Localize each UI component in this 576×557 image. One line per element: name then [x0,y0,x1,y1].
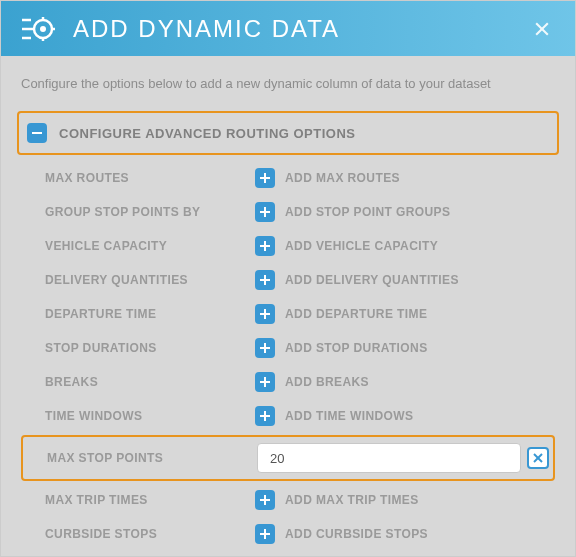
clear-max-stop-points-button[interactable] [527,447,549,469]
add-max-routes-button[interactable] [255,168,275,188]
row-curbside-stops: CURBSIDE STOPS ADD CURBSIDE STOPS [21,517,555,551]
max-stop-points-input[interactable] [257,443,521,473]
svg-rect-11 [32,132,42,134]
svg-rect-25 [260,381,270,383]
row-action: ADD DEPARTURE TIME [255,304,427,324]
action-label: ADD DELIVERY QUANTITIES [285,273,459,287]
add-breaks-button[interactable] [255,372,275,392]
action-label: ADD VEHICLE CAPACITY [285,239,438,253]
row-group-stop-points: GROUP STOP POINTS BY ADD STOP POINT GROU… [21,195,555,229]
section-header-routing[interactable]: CONFIGURE ADVANCED ROUTING OPTIONS [17,111,559,155]
row-label: VEHICLE CAPACITY [45,239,255,253]
action-label: ADD MAX TRIP TIMES [285,493,419,507]
action-label: ADD MAX ROUTES [285,171,400,185]
add-stop-point-groups-button[interactable] [255,202,275,222]
row-action: ADD CURBSIDE STOPS [255,524,428,544]
row-action: ADD TIME WINDOWS [255,406,413,426]
add-time-windows-button[interactable] [255,406,275,426]
row-action: ADD STOP POINT GROUPS [255,202,450,222]
row-action: ADD MAX ROUTES [255,168,400,188]
add-delivery-quantities-button[interactable] [255,270,275,290]
row-action: ADD DELIVERY QUANTITIES [255,270,459,290]
row-max-trip-times: MAX TRIP TIMES ADD MAX TRIP TIMES [21,483,555,517]
svg-rect-17 [260,245,270,247]
row-label: STOP DURATIONS [45,341,255,355]
collapse-toggle[interactable] [27,123,47,143]
action-label: ADD BREAKS [285,375,369,389]
row-action: ADD BREAKS [255,372,369,392]
add-vehicle-capacity-button[interactable] [255,236,275,256]
row-label: GROUP STOP POINTS BY [45,205,255,219]
action-label: ADD DEPARTURE TIME [285,307,427,321]
svg-rect-13 [260,177,270,179]
modal-title: ADD DYNAMIC DATA [73,15,340,43]
svg-rect-21 [260,313,270,315]
action-label: ADD STOP DURATIONS [285,341,428,355]
add-max-trip-times-button[interactable] [255,490,275,510]
modal-header: ADD DYNAMIC DATA [1,1,575,56]
row-label: DELIVERY QUANTITIES [45,273,255,287]
add-curbside-stops-button[interactable] [255,524,275,544]
row-departure-time: DEPARTURE TIME ADD DEPARTURE TIME [21,297,555,331]
close-button[interactable] [529,16,555,42]
settings-list-icon [19,11,55,47]
action-label: ADD STOP POINT GROUPS [285,205,450,219]
row-label: TIME WINDOWS [45,409,255,423]
row-action: ADD VEHICLE CAPACITY [255,236,438,256]
svg-rect-23 [260,347,270,349]
row-label: BREAKS [45,375,255,389]
svg-point-4 [40,26,46,32]
action-label: ADD CURBSIDE STOPS [285,527,428,541]
row-time-windows: TIME WINDOWS ADD TIME WINDOWS [21,399,555,433]
row-label: MAX ROUTES [45,171,255,185]
row-action: ADD MAX TRIP TIMES [255,490,419,510]
svg-rect-27 [260,415,270,417]
options-list: MAX ROUTES ADD MAX ROUTES GROUP STOP POI… [17,161,559,551]
add-dynamic-data-modal: ADD DYNAMIC DATA Configure the options b… [1,1,575,556]
row-breaks: BREAKS ADD BREAKS [21,365,555,399]
row-label: MAX STOP POINTS [47,451,257,465]
row-vehicle-capacity: VEHICLE CAPACITY ADD VEHICLE CAPACITY [21,229,555,263]
svg-rect-15 [260,211,270,213]
modal-subtitle: Configure the options below to add a new… [17,76,559,91]
add-stop-durations-button[interactable] [255,338,275,358]
section-title: CONFIGURE ADVANCED ROUTING OPTIONS [59,126,356,141]
row-max-stop-points: MAX STOP POINTS [21,435,555,481]
action-label: ADD TIME WINDOWS [285,409,413,423]
row-max-routes: MAX ROUTES ADD MAX ROUTES [21,161,555,195]
add-departure-time-button[interactable] [255,304,275,324]
input-holder [257,443,549,473]
row-delivery-quantities: DELIVERY QUANTITIES ADD DELIVERY QUANTIT… [21,263,555,297]
svg-rect-19 [260,279,270,281]
modal-body: Configure the options below to add a new… [1,56,575,556]
row-label: MAX TRIP TIMES [45,493,255,507]
svg-rect-31 [260,499,270,501]
svg-rect-33 [260,533,270,535]
row-label: CURBSIDE STOPS [45,527,255,541]
row-action: ADD STOP DURATIONS [255,338,428,358]
row-label: DEPARTURE TIME [45,307,255,321]
row-stop-durations: STOP DURATIONS ADD STOP DURATIONS [21,331,555,365]
